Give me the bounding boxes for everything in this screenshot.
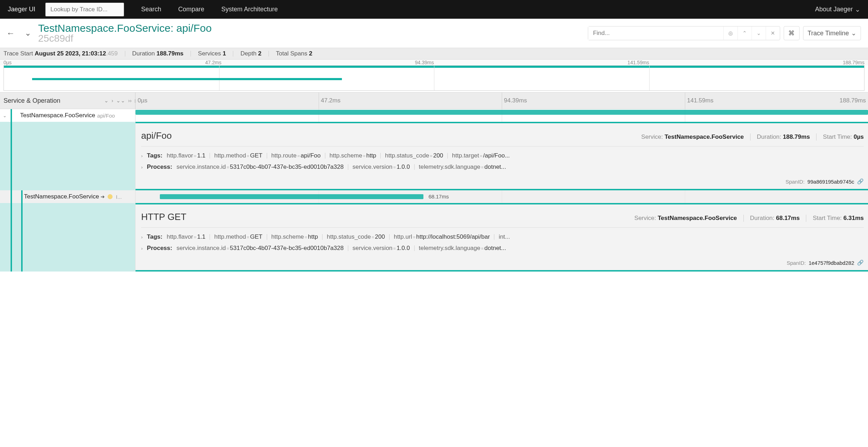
services-value: 1 (223, 50, 226, 57)
external-service-icon (108, 194, 113, 199)
tree-tools: ⌄ › ⌄⌄ ›› (104, 97, 132, 104)
service-value: TestNamespace.FooService (658, 215, 737, 221)
span-bar (160, 194, 423, 199)
target-icon[interactable]: ◎ (723, 26, 737, 40)
services-label: Services (198, 50, 221, 57)
span-service: TestNamespace.FooService (20, 112, 95, 119)
total-spans-value: 2 (309, 50, 312, 57)
duration-value: 188.79ms (783, 133, 810, 140)
span-operation: I... (116, 194, 122, 200)
span-detail: HTTP GET Service: TestNamespace.FooServi… (0, 203, 868, 272)
find-input[interactable] (588, 26, 723, 40)
find-next-icon[interactable]: ⌄ (752, 26, 766, 40)
tree-heading: Service & Operation (4, 97, 104, 105)
collapse-icon[interactable]: ⌄ (23, 27, 33, 39)
span-operation: api/Foo (97, 113, 115, 119)
tags-row[interactable]: › Tags: http.flavor=1.1 http.method=GET … (141, 150, 864, 161)
service-label: Service: (641, 133, 663, 140)
collapse-one-icon[interactable]: ⌄⌄ (116, 97, 125, 104)
span-id-value: 99a869195ab9745c (807, 179, 854, 185)
find-in-trace: ◎ ⌃ ⌄ ✕ (588, 26, 780, 40)
tick-label: 141.59ms (687, 97, 713, 104)
collapse-all-icon[interactable]: ⌄ (104, 97, 109, 104)
span-id-label: SpanID: (785, 179, 804, 185)
depth-value: 2 (258, 50, 261, 57)
arrow-right-icon: ➔ (99, 194, 106, 199)
start-label: Start Time: (813, 215, 842, 221)
span-id-row: SpanID: 1e4757f9dbabd282 🔗 (141, 254, 864, 266)
expand-one-icon[interactable]: › (111, 97, 113, 104)
columns-header: Service & Operation ⌄ › ⌄⌄ ›› || 0µs 47.… (0, 92, 868, 109)
tick-label: 47.2ms (321, 97, 340, 104)
trace-start-value: August 25 2023, 21:03:12 (35, 50, 106, 57)
about-jaeger[interactable]: About Jaeger ⌄ (815, 6, 860, 13)
trace-overview[interactable] (4, 65, 864, 91)
start-value: 0µs (854, 133, 864, 140)
trace-name: TestNamespace.FooService: api/Foo (38, 22, 212, 34)
link-icon[interactable]: 🔗 (857, 178, 864, 185)
process-row[interactable]: › Process: service.instance.id=5317c0bc-… (141, 243, 864, 254)
about-label: About Jaeger (815, 6, 853, 13)
tick-label: 47.2ms (205, 60, 221, 65)
span-service: TestNamespace.FooService (24, 193, 99, 200)
span-detail-title: api/Foo (141, 130, 172, 141)
trace-id-short: 25c89df (38, 33, 212, 44)
lookup-trace-input[interactable] (45, 2, 124, 17)
span-toggle-icon[interactable]: ⌄ (0, 113, 10, 118)
keyboard-shortcut-button[interactable]: ⌘ (784, 26, 800, 40)
span-detail-title: HTTP GET (141, 211, 186, 222)
nav-links: Search Compare System Architecture (141, 6, 278, 13)
chevron-down-icon: ⌄ (855, 6, 860, 13)
service-operation-header: Service & Operation ⌄ › ⌄⌄ ›› || (0, 93, 135, 109)
process-label: Process: (147, 245, 172, 252)
find-clear-icon[interactable]: ✕ (766, 26, 780, 40)
service-label: Service: (634, 215, 656, 221)
duration-value: 68.17ms (776, 215, 800, 221)
tick-label: 0µs (4, 60, 12, 65)
trace-header: ← ⌄ TestNamespace.FooService: api/Foo 25… (0, 19, 868, 48)
span-id-value: 1e4757f9dbabd282 (809, 260, 854, 266)
tick-label: 94.39ms (415, 60, 434, 65)
start-label: Start Time: (823, 133, 852, 140)
tags-row[interactable]: › Tags: http.flavor=1.1 http.method=GET … (141, 231, 864, 243)
trace-title: TestNamespace.FooService: api/Foo 25c89d… (38, 22, 212, 44)
link-icon[interactable]: 🔗 (857, 260, 864, 266)
duration-label: Duration (132, 50, 155, 57)
span-row[interactable]: ⌄ TestNamespace.FooService api/Foo (0, 109, 868, 122)
tick-label: 94.39ms (504, 97, 527, 104)
brand[interactable]: Jaeger UI (8, 6, 35, 13)
chevron-right-icon: › (141, 165, 143, 170)
tick-label: 188.79ms (839, 97, 866, 104)
chevron-right-icon: › (141, 234, 143, 240)
duration-value: 188.79ms (157, 50, 184, 57)
duration-label: Duration: (757, 133, 781, 140)
span-id-row: SpanID: 99a869195ab9745c 🔗 (141, 173, 864, 185)
expand-all-icon[interactable]: ›› (128, 97, 132, 104)
process-label: Process: (147, 163, 172, 171)
process-row[interactable]: › Process: service.instance.id=5317c0bc-… (141, 161, 864, 173)
span-duration-label: 68.17ms (428, 193, 449, 199)
header-actions: ◎ ⌃ ⌄ ✕ ⌘ Trace Timeline ⌄ (588, 26, 861, 40)
top-nav: Jaeger UI Search Compare System Architec… (0, 0, 868, 19)
overview-ruler: 0µs 47.2ms 94.39ms 141.59ms 188.79ms (0, 60, 868, 65)
service-value: TestNamespace.FooService (664, 133, 744, 140)
trace-meta-bar: Trace Start August 25 2023, 21:03:12.459… (0, 48, 868, 60)
chevron-right-icon: › (141, 246, 143, 251)
chevron-right-icon: › (141, 153, 143, 159)
nav-search[interactable]: Search (141, 6, 161, 13)
span-detail: api/Foo Service: TestNamespace.FooServic… (0, 122, 868, 190)
trace-start-frac: .459 (106, 50, 117, 57)
span-row[interactable]: TestNamespace.FooService ➔ I... 68.17ms (0, 190, 868, 203)
nav-system-architecture[interactable]: System Architecture (221, 6, 278, 13)
tick-label: 141.59ms (627, 60, 649, 65)
nav-compare[interactable]: Compare (178, 6, 204, 13)
tick-label: 188.79ms (843, 60, 864, 65)
back-icon[interactable]: ← (4, 27, 18, 40)
find-prev-icon[interactable]: ⌃ (737, 26, 752, 40)
span-id-label: SpanID: (786, 260, 806, 266)
tags-label: Tags: (147, 152, 162, 159)
tags-label: Tags: (147, 233, 162, 240)
view-selector[interactable]: Trace Timeline ⌄ (803, 26, 861, 40)
total-spans-label: Total Spans (276, 50, 307, 57)
view-label: Trace Timeline (808, 30, 849, 37)
